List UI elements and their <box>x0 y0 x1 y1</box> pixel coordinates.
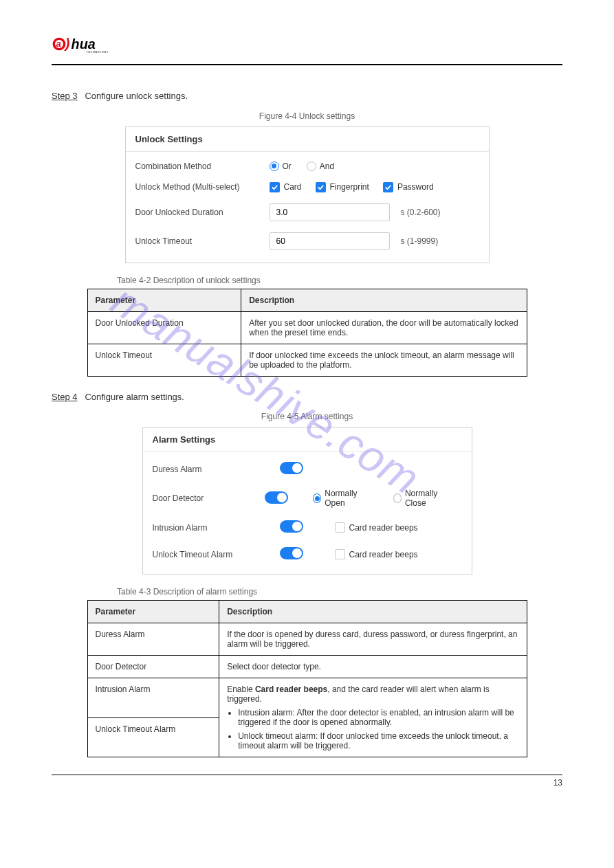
unlock-timeout-label: Unlock Timeout <box>135 236 270 246</box>
alarm-description-table: Parameter Description Duress Alarm If th… <box>87 600 527 757</box>
brand-logo: a ) hua TECHNOLOGY <box>52 31 562 57</box>
unlock-card-checkbox[interactable]: Card <box>270 182 302 192</box>
svg-text:a: a <box>56 38 61 49</box>
table-cell: Unlock Timeout <box>87 344 241 376</box>
step-4-text: Configure alarm settings. <box>85 392 184 402</box>
intrusion-alarm-toggle[interactable] <box>280 520 303 533</box>
figure-unlock-caption: Figure 4-4 Unlock settings <box>52 111 562 121</box>
unlock-table-caption: Table 4-2 Description of unlock settings <box>117 276 562 285</box>
timeout-unit: s (1-9999) <box>401 236 439 246</box>
radio-icon <box>307 162 316 171</box>
alarm-settings-panel: Alarm Settings Duress Alarm Door Detecto… <box>142 427 472 575</box>
checkbox-icon <box>335 549 345 559</box>
table-cell: Select door detector type. <box>219 656 527 678</box>
table-cell: Enable Card reader beeps, and the card r… <box>219 678 527 757</box>
unlock-description-table: Parameter Description Door Unlocked Dura… <box>87 289 527 377</box>
duress-alarm-toggle[interactable] <box>280 462 303 474</box>
step-4-block: Step 4 Configure alarm settings. <box>52 390 562 404</box>
table-cell: Duress Alarm <box>87 623 219 656</box>
col-parameter: Parameter <box>87 289 241 311</box>
step-3-label: Step 3 <box>52 91 78 101</box>
step-4-label: Step 4 <box>52 392 78 402</box>
radio-icon <box>313 493 321 503</box>
footer-separator <box>52 775 562 775</box>
unlock-card-label: Card <box>284 182 302 192</box>
alhua-logo-icon: a ) hua TECHNOLOGY <box>52 31 127 57</box>
step-3-block: Step 3 Configure unlock settings. <box>52 89 562 103</box>
normally-open-radio[interactable]: Normally Open <box>313 489 371 508</box>
text-bold: Card reader beeps <box>255 685 327 694</box>
radio-icon <box>270 162 279 171</box>
combination-and-radio[interactable]: And <box>307 162 334 171</box>
timeout-beep-checkbox[interactable]: Card reader beeps <box>335 549 418 559</box>
table-cell: Intrusion Alarm <box>87 678 219 718</box>
unlock-password-checkbox[interactable]: Password <box>383 182 434 192</box>
table-row: Door Unlocked Duration After you set doo… <box>87 311 527 344</box>
text-part: Enable <box>227 685 255 694</box>
col-parameter: Parameter <box>87 601 219 623</box>
table-cell: Unlock Timeout Alarm <box>87 717 219 757</box>
unlock-method-label: Unlock Method (Multi-select) <box>135 182 270 192</box>
unlock-settings-panel: Unlock Settings Combination Method Or An… <box>125 126 490 263</box>
unlock-timeout-input[interactable] <box>270 232 390 250</box>
duress-alarm-label: Duress Alarm <box>153 465 280 474</box>
intrusion-alarm-label: Intrusion Alarm <box>153 523 280 533</box>
figure-alarm-caption: Figure 4-5 Alarm settings <box>52 412 562 421</box>
combination-or-label: Or <box>283 162 292 171</box>
svg-text:TECHNOLOGY: TECHNOLOGY <box>87 51 109 54</box>
normally-open-label: Normally Open <box>325 489 371 508</box>
duration-unit: s (0.2-600) <box>401 208 441 217</box>
checkbox-icon <box>270 182 280 192</box>
alarm-panel-title: Alarm Settings <box>143 427 472 452</box>
col-description: Description <box>241 289 527 311</box>
normally-close-label: Normally Close <box>405 489 452 508</box>
col-description: Description <box>219 601 527 623</box>
svg-text:hua: hua <box>72 36 96 52</box>
door-unlocked-duration-label: Door Unlocked Duration <box>135 208 270 217</box>
table-row: Unlock Timeout If door unlocked time exc… <box>87 344 527 376</box>
table-cell: Door Unlocked Duration <box>87 311 241 344</box>
list-item: Unlock timeout alarm: If door unlocked t… <box>238 731 518 750</box>
radio-icon <box>393 493 402 503</box>
unlock-password-label: Password <box>397 182 434 192</box>
door-detector-toggle[interactable] <box>265 491 288 504</box>
timeout-beep-label: Card reader beeps <box>349 550 418 559</box>
normally-close-radio[interactable]: Normally Close <box>393 489 452 508</box>
combination-method-label: Combination Method <box>135 162 270 171</box>
table-row: Duress Alarm If the door is opened by du… <box>87 623 527 656</box>
table-row: Door Detector Select door detector type. <box>87 656 527 678</box>
checkbox-icon <box>335 522 345 533</box>
page-number: 13 <box>553 775 562 801</box>
intrusion-beep-label: Card reader beeps <box>349 523 418 533</box>
step-3-text: Configure unlock settings. <box>85 91 188 101</box>
table-cell: After you set door unlocked duration, th… <box>241 311 527 344</box>
table-row: Intrusion Alarm Enable Card reader beeps… <box>87 678 527 718</box>
table-cell: If the door is opened by duress card, du… <box>219 623 527 656</box>
table-cell: If door unlocked time exceeds the unlock… <box>241 344 527 376</box>
intrusion-beep-checkbox[interactable]: Card reader beeps <box>335 522 418 533</box>
unlock-timeout-alarm-toggle[interactable] <box>280 547 303 559</box>
alarm-table-caption: Table 4-3 Description of alarm settings <box>117 587 562 597</box>
unlock-fingerprint-label: Fingerprint <box>330 182 369 192</box>
combination-and-label: And <box>320 162 334 171</box>
document-header: a ) hua TECHNOLOGY <box>52 0 562 65</box>
door-unlocked-duration-input[interactable] <box>270 203 390 221</box>
checkbox-icon <box>383 182 393 192</box>
unlock-timeout-alarm-label: Unlock Timeout Alarm <box>153 550 280 559</box>
unlock-fingerprint-checkbox[interactable]: Fingerprint <box>316 182 369 192</box>
checkbox-icon <box>316 182 326 192</box>
unlock-panel-title: Unlock Settings <box>126 127 489 152</box>
list-item: Intrusion alarm: After the door detector… <box>238 708 518 727</box>
combination-or-radio[interactable]: Or <box>270 162 292 171</box>
door-detector-label: Door Detector <box>153 493 265 503</box>
table-cell: Door Detector <box>87 656 219 678</box>
